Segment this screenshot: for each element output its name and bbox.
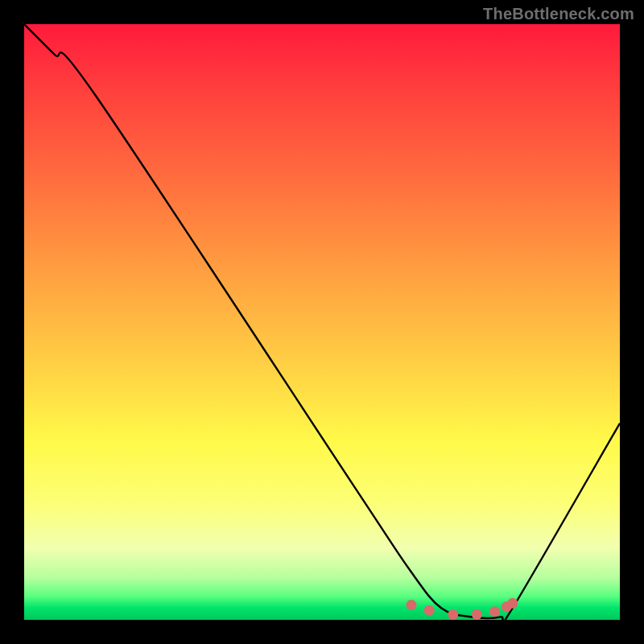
marker-dot — [489, 606, 500, 617]
marker-dot — [472, 609, 482, 620]
plot-area — [24, 24, 620, 620]
marker-dot — [448, 609, 458, 620]
marker-dot — [424, 605, 435, 616]
marker-dot — [407, 600, 417, 610]
watermark-text: TheBottleneck.com — [483, 5, 634, 23]
bottleneck-curve-line — [24, 24, 620, 620]
marker-dot — [507, 598, 518, 609]
curve-svg — [24, 24, 620, 620]
chart-frame: TheBottleneck.com — [0, 0, 644, 644]
